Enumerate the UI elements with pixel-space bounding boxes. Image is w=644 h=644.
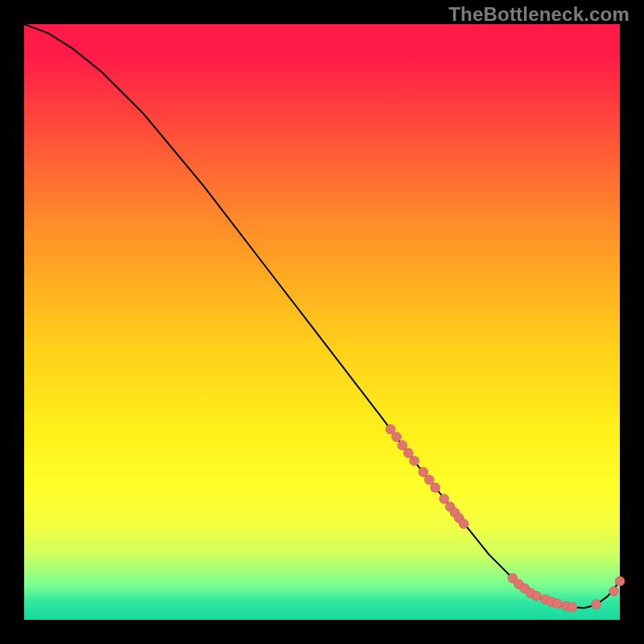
data-point	[591, 600, 601, 609]
data-point	[410, 456, 419, 465]
data-point	[440, 494, 449, 504]
data-point	[424, 475, 434, 485]
data-point	[398, 440, 407, 450]
data-point	[431, 483, 440, 493]
data-point	[459, 519, 469, 529]
watermark-text: TheBottleneck.com	[448, 3, 630, 26]
data-point	[386, 424, 395, 434]
data-point	[568, 602, 577, 612]
data-point	[419, 467, 428, 477]
data-point	[615, 576, 625, 586]
curve-layer	[24, 24, 620, 608]
data-point	[403, 448, 413, 458]
bottleneck-curve	[24, 24, 620, 608]
plot-area	[24, 24, 620, 620]
chart-frame: TheBottleneck.com	[0, 0, 644, 644]
data-point	[531, 591, 541, 601]
data-point	[609, 586, 619, 596]
data-point	[552, 599, 562, 609]
marker-layer	[386, 424, 625, 612]
data-point	[392, 432, 402, 442]
chart-svg	[24, 24, 620, 620]
